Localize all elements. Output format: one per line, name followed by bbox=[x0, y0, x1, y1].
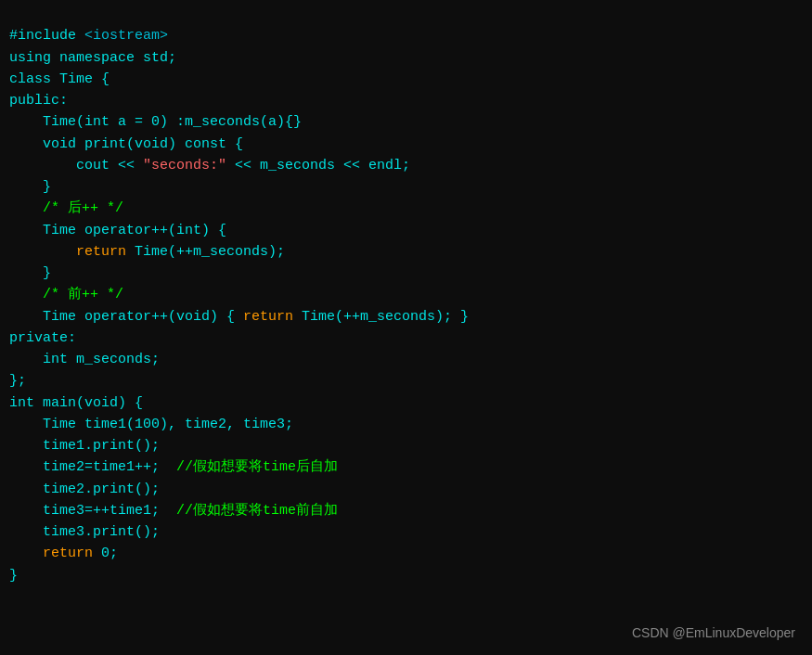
code-line: Time operator++(int) { bbox=[9, 220, 803, 241]
code-line: Time operator++(void) { return Time(++m_… bbox=[9, 306, 803, 328]
code-line: /* 前++ */ bbox=[9, 284, 803, 305]
code-line: } bbox=[9, 263, 803, 284]
code-line: Time(int a = 0) :m_seconds(a){} bbox=[9, 111, 803, 133]
watermark-text: CSDN @EmLinuxDeveloper bbox=[632, 623, 795, 644]
code-line: public: bbox=[9, 90, 803, 111]
code-line: return 0; bbox=[9, 543, 803, 564]
code-line: #include <iostream> bbox=[9, 25, 803, 46]
code-line: private: bbox=[9, 328, 803, 349]
code-line: } bbox=[9, 176, 803, 198]
code-line: void print(void) const { bbox=[9, 134, 803, 155]
code-line: time3.print(); bbox=[9, 521, 803, 543]
code-line: time2.print(); bbox=[9, 479, 803, 500]
code-line: using namespace std; bbox=[9, 47, 803, 69]
code-line: int main(void) { bbox=[9, 392, 803, 414]
code-line: time2=time1++; //假如想要将time后自加 bbox=[9, 456, 803, 478]
code-line: time1.print(); bbox=[9, 435, 803, 456]
code-line: } bbox=[9, 565, 803, 586]
code-line: Time time1(100), time2, time3; bbox=[9, 414, 803, 435]
code-editor: #include <iostream>using namespace std;c… bbox=[9, 4, 803, 586]
code-line: /* 后++ */ bbox=[9, 198, 803, 219]
code-line: return Time(++m_seconds); bbox=[9, 241, 803, 263]
code-line: time3=++time1; //假如想要将time前自加 bbox=[9, 500, 803, 521]
code-line: }; bbox=[9, 370, 803, 392]
code-line: class Time { bbox=[9, 69, 803, 90]
code-line: int m_seconds; bbox=[9, 349, 803, 370]
code-line: cout << "seconds:" << m_seconds << endl; bbox=[9, 155, 803, 176]
